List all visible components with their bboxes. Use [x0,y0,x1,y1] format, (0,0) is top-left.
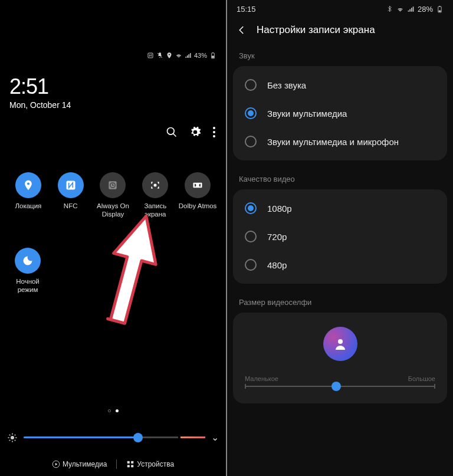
battery-icon [209,52,216,59]
bluetooth-icon [386,5,393,13]
bottom-controls: Мультимедиа Устройства [0,459,226,469]
selfie-size-card: Маленькое Большое [233,313,447,403]
quality-option-720[interactable]: 720p [233,222,447,251]
svg-line-17 [9,434,11,435]
quick-panel-screen: 43% 2:51 Mon, October 14 Локация NFC Alw… [0,0,226,476]
back-icon[interactable] [237,25,247,35]
nfc-icon [65,179,77,191]
radio-icon [245,202,257,214]
brightness-icon [7,432,18,443]
person-icon [333,337,347,351]
svg-line-6 [173,134,176,137]
settings-header: Настройки записи экрана [227,17,453,47]
svg-rect-28 [439,11,441,12]
svg-rect-25 [131,465,133,468]
gear-icon[interactable] [189,126,201,138]
svg-line-19 [9,439,11,441]
battery-percent: 28% [418,5,433,14]
panel-actions [166,126,215,138]
quick-settings-grid: Локация NFC Always On Display Запись экр… [0,172,226,219]
slider-labels: Маленькое Большое [245,375,435,382]
pin-icon [22,179,34,191]
location-status-icon [166,52,173,59]
svg-line-20 [15,434,16,435]
qs-tile-dolby[interactable]: Dolby Atmos [177,172,218,219]
arrow-pointer [103,212,162,330]
mute-icon [156,52,163,59]
nfc-status-icon [147,52,154,59]
sound-option-media[interactable]: Звуки мультимедиа [233,99,447,127]
svg-rect-22 [127,461,130,464]
svg-rect-24 [127,465,130,468]
section-selfie-label: Размер видеоселфи [227,293,453,313]
clock-icon [107,179,119,191]
radio-icon [245,79,257,91]
brightness-track[interactable] [24,436,205,438]
avatar-preview [323,327,357,361]
radio-icon [245,231,257,242]
battery-icon [436,5,444,13]
devices-icon [126,460,134,468]
qs-tile-screen-record[interactable]: Запись экрана [134,172,176,219]
svg-rect-23 [131,461,133,464]
devices-button[interactable]: Устройства [126,460,174,469]
play-icon [52,460,60,468]
status-bar: 43% [147,52,216,59]
quality-option-1080[interactable]: 1080p [233,194,447,222]
status-time: 15:15 [237,5,256,14]
qs-tile-aod[interactable]: Always On Display [92,172,133,219]
qs-tile-location[interactable]: Локация [8,172,49,219]
radio-icon [245,136,257,147]
wifi-icon [396,5,404,13]
search-icon[interactable] [166,126,178,138]
dolby-icon [192,179,203,191]
signal-icon [407,5,415,13]
more-icon[interactable] [213,127,215,137]
brightness-slider[interactable]: ⌄ [7,432,219,443]
svg-point-10 [154,184,157,187]
qs-tile-night[interactable]: Ночной режим [7,248,48,294]
wifi-icon [175,52,182,59]
moon-icon [22,255,34,267]
section-quality-label: Качество видео [227,170,453,189]
svg-point-12 [11,436,14,439]
radio-icon [245,259,257,271]
clock-block: 2:51 Mon, October 14 [9,74,71,110]
svg-point-5 [168,128,175,135]
clock-time: 2:51 [9,74,71,99]
signal-icon [185,52,192,59]
quick-settings-row2: Ночной режим [7,248,48,294]
selfie-size-slider[interactable] [245,386,435,387]
page-title: Настройки записи экрана [257,24,375,36]
radio-icon [245,107,257,119]
svg-point-29 [338,339,343,344]
svg-rect-4 [212,56,214,58]
status-bar: 15:15 28% [227,0,453,17]
page-indicator [0,409,226,412]
svg-rect-27 [439,6,440,6]
section-sound-label: Звук [227,47,453,66]
svg-line-18 [15,439,16,441]
quality-option-480[interactable]: 480p [233,251,447,279]
multimedia-button[interactable]: Мультимедиа [52,460,107,469]
battery-percent: 43% [194,52,207,59]
sound-options: Без звука Звуки мультимедиа Звуки мульти… [233,66,447,160]
qs-tile-nfc[interactable]: NFC [50,172,91,219]
sound-option-none[interactable]: Без звука [233,71,447,99]
svg-rect-11 [193,183,202,188]
screen-record-settings: 15:15 28% Настройки записи экрана Звук Б… [227,0,453,476]
quality-options: 1080p 720p 480p [233,189,447,284]
svg-rect-3 [212,52,214,53]
chevron-down-icon[interactable]: ⌄ [211,432,219,443]
clock-date: Mon, October 14 [9,100,71,110]
sound-option-media-mic[interactable]: Звуки мультимедиа и микрофон [233,127,447,156]
record-icon [149,179,161,191]
